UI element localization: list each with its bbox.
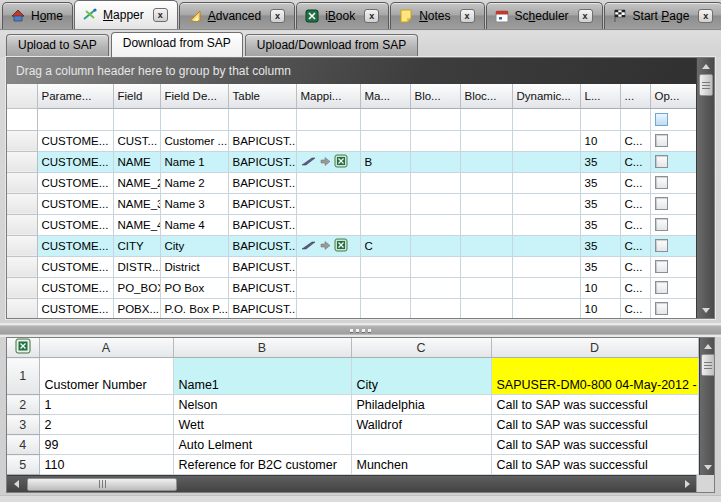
length-cell[interactable]: 10: [580, 130, 620, 151]
close-tab-icon[interactable]: x: [364, 9, 379, 23]
option-checkbox[interactable]: [655, 176, 668, 189]
mapped-column-cell[interactable]: [360, 214, 410, 235]
field-cell[interactable]: DISTR...: [113, 256, 160, 277]
block2-cell[interactable]: [460, 235, 512, 256]
option-checkbox[interactable]: [655, 218, 668, 231]
length-cell[interactable]: 35: [580, 214, 620, 235]
type-cell[interactable]: C...: [620, 235, 650, 256]
option-checkbox[interactable]: [655, 239, 668, 252]
sheet-cell-b2[interactable]: Nelson: [173, 395, 351, 415]
row-indicator[interactable]: [7, 193, 37, 214]
field-cell[interactable]: NAME_3: [113, 193, 160, 214]
option-checkbox[interactable]: [655, 260, 668, 273]
mapped-column-cell[interactable]: [360, 277, 410, 298]
filter-checkbox[interactable]: [655, 113, 668, 126]
parameter-cell[interactable]: CUSTOME...: [37, 214, 113, 235]
row-indicator[interactable]: [7, 256, 37, 277]
block-cell[interactable]: [410, 151, 460, 172]
block-cell[interactable]: [410, 214, 460, 235]
tab-home[interactable]: Home: [2, 2, 73, 29]
row-indicator[interactable]: [7, 298, 37, 318]
sheet-row-header[interactable]: 4: [7, 435, 39, 455]
sheet-cell-d3[interactable]: Call to SAP was successful: [491, 415, 698, 435]
sheet-cell-c4[interactable]: [351, 435, 491, 455]
subtab-upload-download-from-sap[interactable]: Upload/Download from SAP: [245, 34, 418, 57]
field-cell[interactable]: NAME: [113, 151, 160, 172]
field-cell[interactable]: NAME_4: [113, 214, 160, 235]
block2-cell[interactable]: [460, 256, 512, 277]
tab-start-page[interactable]: Start Pagex: [604, 2, 721, 29]
subtab-download-from-sap[interactable]: Download from SAP: [111, 32, 243, 57]
sheet-scroll-left-button[interactable]: [7, 476, 25, 492]
row-indicator[interactable]: [7, 130, 37, 151]
sheet-column-header-d[interactable]: D: [491, 338, 698, 358]
sheet-cell-a2[interactable]: 1: [39, 395, 173, 415]
table-cell[interactable]: BAPICUST...: [228, 130, 296, 151]
sheet-cell-a3[interactable]: 2: [39, 415, 173, 435]
sheet-cell-b5[interactable]: Reference for B2C customer: [173, 455, 351, 475]
block2-cell[interactable]: [460, 193, 512, 214]
type-cell[interactable]: C...: [620, 256, 650, 277]
option-checkbox[interactable]: [655, 134, 668, 147]
type-cell[interactable]: C...: [620, 214, 650, 235]
mapped-column-cell[interactable]: [360, 193, 410, 214]
type-cell[interactable]: C...: [620, 172, 650, 193]
length-cell[interactable]: 35: [580, 151, 620, 172]
field-cell[interactable]: CITY: [113, 235, 160, 256]
filter-cell[interactable]: [113, 108, 160, 130]
mapping-cell[interactable]: [296, 214, 360, 235]
filter-option-cell[interactable]: [650, 108, 696, 130]
block-cell[interactable]: [410, 277, 460, 298]
tab-mapper[interactable]: Mapperx: [74, 0, 178, 29]
filter-row-indicator[interactable]: [7, 108, 37, 130]
row-indicator[interactable]: [7, 235, 37, 256]
grid-scroll-up-button[interactable]: [697, 58, 715, 74]
option-cell[interactable]: [650, 214, 696, 235]
sheet-scroll-right-button[interactable]: [678, 476, 696, 492]
parameter-cell[interactable]: CUSTOME...: [37, 193, 113, 214]
filter-cell[interactable]: [620, 108, 650, 130]
option-checkbox[interactable]: [655, 155, 668, 168]
mapped-column-cell[interactable]: [360, 172, 410, 193]
sheet-column-header-a[interactable]: A: [39, 338, 173, 358]
subtab-upload-to-sap[interactable]: Upload to SAP: [6, 34, 109, 57]
column-header[interactable]: Table: [228, 84, 296, 108]
close-tab-icon[interactable]: x: [153, 8, 168, 22]
row-indicator[interactable]: [7, 214, 37, 235]
close-tab-icon[interactable]: x: [578, 9, 593, 23]
table-cell[interactable]: BAPICUST...: [228, 277, 296, 298]
field-description-cell[interactable]: District: [160, 256, 228, 277]
block2-cell[interactable]: [460, 298, 512, 318]
mapping-cell[interactable]: [296, 172, 360, 193]
sheet-row-header[interactable]: 3: [7, 415, 39, 435]
dynamic-cell[interactable]: [512, 193, 580, 214]
field-cell[interactable]: NAME_2: [113, 172, 160, 193]
close-tab-icon[interactable]: x: [270, 9, 285, 23]
close-tab-icon[interactable]: x: [460, 9, 475, 23]
group-by-panel[interactable]: Drag a column header here to group by th…: [7, 58, 696, 84]
type-cell[interactable]: C...: [620, 193, 650, 214]
field-description-cell[interactable]: Name 1: [160, 151, 228, 172]
mapped-column-cell[interactable]: [360, 256, 410, 277]
table-cell[interactable]: BAPICUST...: [228, 151, 296, 172]
mapped-column-cell[interactable]: [360, 298, 410, 318]
tab-advanced[interactable]: Advancedx: [179, 2, 295, 29]
sheet-cell-c3[interactable]: Walldrof: [351, 415, 491, 435]
field-cell[interactable]: PO_BOX: [113, 277, 160, 298]
sheet-scroll-up-button[interactable]: [699, 338, 714, 354]
dynamic-cell[interactable]: [512, 151, 580, 172]
field-description-cell[interactable]: P.O. Box P...: [160, 298, 228, 318]
sheet-cell-b1[interactable]: Name1: [173, 358, 351, 395]
table-cell[interactable]: BAPICUST...: [228, 193, 296, 214]
sheet-cell-a4[interactable]: 99: [39, 435, 173, 455]
sheet-vertical-scrollbar[interactable]: [699, 338, 715, 475]
parameter-cell[interactable]: CUSTOME...: [37, 235, 113, 256]
field-description-cell[interactable]: PO Box: [160, 277, 228, 298]
tab-scheduler[interactable]: Schedulerx: [486, 2, 603, 29]
filter-cell[interactable]: [360, 108, 410, 130]
field-description-cell[interactable]: City: [160, 235, 228, 256]
parameter-cell[interactable]: CUSTOME...: [37, 277, 113, 298]
mapped-column-cell[interactable]: C: [360, 235, 410, 256]
mapped-column-cell[interactable]: B: [360, 151, 410, 172]
dynamic-cell[interactable]: [512, 214, 580, 235]
